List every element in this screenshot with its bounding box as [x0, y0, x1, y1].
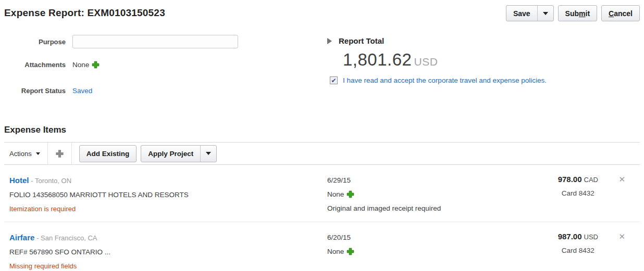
- expense-amount: 978.00: [558, 175, 582, 184]
- expense-date: 6/20/15: [327, 230, 525, 244]
- apply-project-dropdown-button[interactable]: [200, 146, 216, 162]
- attachments-label: Attachments: [4, 61, 66, 69]
- add-expense-item-button[interactable]: [55, 149, 64, 158]
- expense-date: 6/29/15: [327, 173, 525, 187]
- save-button[interactable]: Save: [506, 6, 537, 21]
- report-summary-section: Purpose Attachments None Report Stat: [4, 35, 640, 110]
- delete-expense-icon[interactable]: ✕: [618, 173, 625, 186]
- report-total-amount: 1,801.62 USD: [343, 50, 640, 70]
- expense-description: FOLIO 143568050 MARRIOTT HOTELS AND RESO…: [9, 188, 327, 202]
- expense-attachments: None: [327, 244, 344, 259]
- apply-project-split-button[interactable]: Apply Project: [141, 145, 217, 162]
- add-existing-button[interactable]: Add Existing: [79, 145, 137, 162]
- submit-button[interactable]: Submit: [558, 5, 597, 21]
- submit-label-post: it: [586, 9, 590, 18]
- expense-items-toolbar: Actions Add Existing Apply Project: [4, 142, 640, 165]
- report-total-label: Report Total: [339, 36, 384, 45]
- expense-currency: CAD: [584, 176, 598, 184]
- chevron-down-icon: [36, 152, 40, 155]
- disclosure-triangle-icon[interactable]: [327, 38, 332, 44]
- report-status-label: Report Status: [4, 87, 66, 95]
- receipt-note: Original and imaged receipt required: [327, 201, 525, 215]
- plus-icon: [55, 149, 64, 158]
- page-title: Expense Report: EXM0103150523: [4, 7, 165, 19]
- expense-type-link[interactable]: Airfare: [9, 233, 34, 242]
- expense-report-page: Expense Report: EXM0103150523 Save Submi…: [0, 0, 644, 271]
- attachments-row: Attachments None: [4, 58, 327, 71]
- save-split-button[interactable]: Save: [506, 5, 554, 21]
- expense-row: Airfare - San Francisco, CA REF# 567890 …: [4, 222, 640, 271]
- expense-currency: USD: [584, 233, 598, 241]
- total-amount-value: 1,801.62: [343, 50, 412, 70]
- delete-expense-icon[interactable]: ✕: [618, 230, 625, 243]
- expense-row: Hotel - Toronto, ON FOLIO 143568050 MARR…: [4, 165, 640, 222]
- cancel-label-mnemonic: C: [609, 9, 614, 18]
- expense-attachments: None: [327, 187, 344, 201]
- plus-icon: [92, 61, 100, 69]
- cancel-label-post: ancel: [614, 9, 633, 18]
- submit-label-mnemonic: m: [579, 9, 585, 18]
- expense-warning: Itemization is required: [9, 202, 327, 216]
- add-attachment-button[interactable]: [92, 61, 100, 69]
- total-amount-currency: USD: [414, 56, 438, 68]
- purpose-label: Purpose: [4, 38, 66, 46]
- chevron-down-icon: [543, 12, 548, 15]
- expense-payment-method: Card 8432: [558, 186, 598, 200]
- purpose-row: Purpose: [4, 35, 327, 48]
- expense-location: - Toronto, ON: [31, 177, 71, 185]
- expense-warning: Missing required fields: [9, 259, 327, 271]
- chevron-down-icon: [206, 152, 211, 155]
- toolbar-separator: [71, 143, 72, 164]
- policy-checkbox[interactable]: ✔: [330, 76, 338, 84]
- toolbar-separator: [47, 143, 48, 164]
- purpose-input[interactable]: [72, 35, 238, 48]
- policy-text: I have read and accept the corporate tra…: [343, 76, 547, 84]
- report-status-row: Report Status Saved: [4, 84, 327, 97]
- report-status-link[interactable]: Saved: [72, 87, 92, 95]
- add-attachment-button[interactable]: [346, 248, 354, 255]
- report-total-panel: Report Total 1,801.62 USD ✔ I have read …: [327, 35, 640, 110]
- submit-label-pre: Sub: [565, 9, 579, 18]
- apply-project-button[interactable]: Apply Project: [141, 146, 200, 162]
- expense-type-link[interactable]: Hotel: [9, 176, 29, 185]
- cancel-button[interactable]: Cancel: [601, 5, 640, 21]
- expense-payment-method: Card 8432: [558, 243, 598, 257]
- expense-description: REF# 567890 SFO ONTARIO ...: [9, 245, 327, 259]
- report-fields: Purpose Attachments None Report Stat: [4, 35, 327, 110]
- plus-icon: [346, 190, 354, 198]
- attachments-value: None: [72, 61, 89, 69]
- header-buttons: Save Submit Cancel: [506, 5, 640, 21]
- expense-items-heading: Expense Items: [4, 125, 640, 135]
- header: Expense Report: EXM0103150523 Save Submi…: [4, 0, 640, 21]
- plus-icon: [346, 248, 354, 255]
- expense-amount: 987.00: [558, 232, 582, 241]
- actions-menu[interactable]: Actions: [9, 150, 40, 158]
- expense-location: - San Francisco, CA: [36, 234, 97, 242]
- save-dropdown-button[interactable]: [537, 6, 553, 21]
- actions-menu-label: Actions: [9, 150, 32, 158]
- add-attachment-button[interactable]: [346, 190, 354, 198]
